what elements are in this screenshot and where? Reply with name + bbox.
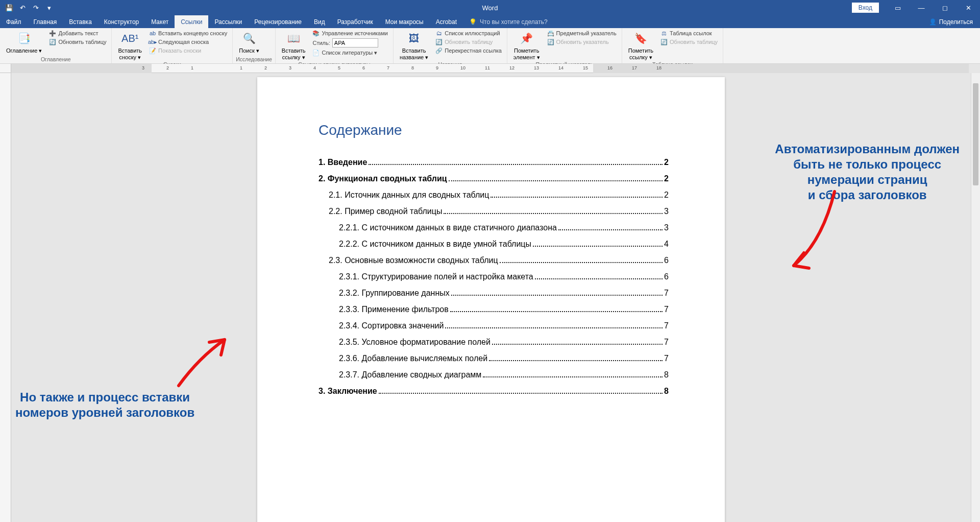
toc-entry[interactable]: 2.2.1. С источником данных в виде статич… (318, 223, 669, 232)
toc-leader-dots (558, 229, 663, 230)
toc-title: Содержание (318, 122, 669, 138)
toc-entry[interactable]: 2.3.4. Сортировка значений 7 (318, 321, 669, 330)
next-footnote[interactable]: ab▸Следующая сноска (147, 38, 229, 46)
toc-entry[interactable]: 1. Введение 2 (318, 158, 669, 167)
toc-entry-text: 2.3.2. Группирование данных (339, 289, 450, 298)
minimize-icon[interactable]: — (910, 0, 933, 15)
menu-tab-мои макросы[interactable]: Мои макросы (379, 15, 430, 28)
bibliography[interactable]: 📄Список литературы ▾ (310, 49, 389, 57)
toc-entry-text: 2.3.1. Структурирование полей и настройк… (339, 272, 533, 281)
redo-icon[interactable]: ↷ (30, 2, 42, 14)
toc-entry[interactable]: 2.3.5. Условное форматирование полей 7 (318, 338, 669, 347)
show-notes-icon: 📝 (149, 47, 156, 54)
toc-leader-dots (450, 311, 663, 312)
menu-tab-вид[interactable]: Вид (308, 15, 331, 28)
mark-entry[interactable]: 📌Пометитьэлемент ▾ (510, 29, 543, 61)
annotation-right: Автоматизированным долженбыть не только … (775, 141, 960, 203)
toc-entry[interactable]: 2.3.2. Группирование данных 7 (318, 289, 669, 298)
ribbon-group-Исследование: 🔍Поиск ▾Исследование (233, 28, 276, 63)
toc-entry-text: 1. Введение (318, 158, 367, 167)
toc-entry[interactable]: 2.2. Пример сводной таблицы 3 (318, 207, 669, 216)
style-dropdown[interactable]: Стиль: (310, 38, 389, 48)
refresh-icon: 🔄 (547, 38, 554, 45)
lightbulb-icon: 💡 (469, 18, 477, 26)
toc-entry[interactable]: 2.1. Источник данных для сводных таблиц … (318, 191, 669, 200)
scrollbar-thumb[interactable] (973, 83, 978, 185)
mark-entry-icon: 📌 (519, 30, 535, 46)
maximize-icon[interactable]: ◻ (933, 0, 957, 15)
group-label: Исследование (236, 56, 272, 63)
update-index: 🔄Обновить указатель (545, 38, 619, 46)
vertical-ruler[interactable] (0, 73, 11, 522)
toc-entry[interactable]: 2.3.7. Добавление сводных диаграмм 8 (318, 370, 669, 379)
toc-entry[interactable]: 2.3.6. Добавление вычисляемых полей 7 (318, 354, 669, 363)
insert-index[interactable]: 📇Предметный указатель (545, 29, 619, 37)
mark-citation[interactable]: 🔖Пометитьссылку ▾ (625, 29, 656, 61)
refresh-icon: 🔄 (660, 38, 668, 45)
menu-tab-конструктор[interactable]: Конструктор (98, 15, 145, 28)
menu-tab-файл[interactable]: Файл (0, 15, 28, 28)
insert-authorities[interactable]: ⚖Таблица ссылок (658, 29, 720, 37)
biblio-icon: 📄 (312, 49, 320, 56)
undo-icon[interactable]: ↶ (16, 2, 29, 14)
menu-tab-разработчик[interactable]: Разработчик (331, 15, 379, 28)
insert-endnote[interactable]: abВставить концевую сноску (147, 29, 229, 37)
toc-leader-dots (483, 376, 663, 377)
menu-tab-вставка[interactable]: Вставка (63, 15, 98, 28)
insert-caption[interactable]: 🖼Вставитьназвание ▾ (397, 29, 431, 61)
cross-reference[interactable]: 🔗Перекрестная ссылка (433, 46, 504, 55)
insert-citation[interactable]: 📖Вставитьссылку ▾ (279, 29, 309, 61)
search[interactable]: 🔍Поиск ▾ (236, 29, 262, 55)
menu-tab-acrobat[interactable]: Acrobat (430, 15, 463, 28)
authorities-icon: ⚖ (660, 30, 668, 37)
toc-entry[interactable]: 2.3.1. Структурирование полей и настройк… (318, 272, 669, 281)
show-notes: 📝Показать сноски (147, 46, 229, 55)
table-of-contents: 1. Введение 22. Функционал сводных табли… (318, 158, 669, 396)
tell-me-search[interactable]: 💡Что вы хотите сделать? (463, 15, 554, 28)
toc-button[interactable]: 📑Оглавление ▾ (3, 29, 45, 55)
menu-tab-рассылки[interactable]: Рассылки (208, 15, 248, 28)
customize-qat-icon[interactable]: ▾ (43, 2, 55, 14)
crossref-icon: 🔗 (435, 47, 443, 54)
save-icon[interactable]: 💾 (3, 2, 15, 14)
toc-page-number: 7 (664, 338, 669, 347)
toc-entry-text: 2.3.5. Условное форматирование полей (339, 338, 491, 347)
horizontal-ruler[interactable]: 321123456789101112131415161718 (11, 64, 969, 73)
add-text[interactable]: ➕Добавить текст (47, 29, 108, 37)
toc-entry-text: 2.2.1. С источником данных в виде статич… (339, 223, 557, 232)
update-authorities: 🔄Обновить таблицу (658, 38, 720, 46)
insert-footnote[interactable]: AB¹Вставитьсноску ▾ (115, 29, 145, 61)
ribbon: 📑Оглавление ▾➕Добавить текст🔄Обновить та… (0, 28, 980, 64)
style-select[interactable]: 📚Управление источниками (310, 29, 389, 37)
toc-entry[interactable]: 2.3.3. Применение фильтров 7 (318, 305, 669, 314)
toc-leader-dots (535, 278, 663, 279)
share-button[interactable]: 👤Поделиться (922, 15, 980, 28)
close-icon[interactable]: ✕ (957, 0, 980, 15)
ribbon-display-icon[interactable]: ▭ (886, 0, 910, 15)
style-input[interactable] (332, 38, 378, 48)
toc-entry[interactable]: 2. Функционал сводных таблиц 2 (318, 174, 669, 183)
ribbon-group-Предметный указатель: 📌Пометитьэлемент ▾📇Предметный указатель🔄… (507, 28, 622, 63)
toc-entry-text: 2. Функционал сводных таблиц (318, 174, 447, 183)
toc-entry[interactable]: 2.2.2. С источником данных в виде умной … (318, 240, 669, 249)
figures-icon: 🗂 (435, 30, 443, 37)
app-title: Word (482, 4, 498, 12)
toc-leader-dots (500, 262, 663, 263)
toc-page-number: 6 (664, 272, 669, 281)
menu-tab-макет[interactable]: Макет (145, 15, 175, 28)
quick-access-toolbar: 💾 ↶ ↷ ▾ (0, 2, 55, 14)
toc-page-number: 7 (664, 289, 669, 298)
vertical-scrollbar[interactable] (971, 73, 980, 522)
toc-entry[interactable]: 2.3. Основные возможности сводных таблиц… (318, 256, 669, 265)
menu-tab-главная[interactable]: Главная (28, 15, 63, 28)
list-of-figures[interactable]: 🗂Список иллюстраций (433, 29, 504, 37)
login-button[interactable]: Вход (852, 3, 879, 13)
citation-icon: 📖 (285, 30, 302, 46)
document-viewport: Содержание 1. Введение 22. Функционал св… (11, 73, 971, 522)
menu-tab-ссылки[interactable]: Ссылки (175, 15, 208, 28)
menu-tab-рецензирование[interactable]: Рецензирование (248, 15, 308, 28)
update-toc[interactable]: 🔄Обновить таблицу (47, 38, 108, 46)
ribbon-group-Названия: 🖼Вставитьназвание ▾🗂Список иллюстраций🔄О… (394, 28, 507, 63)
ribbon-group-Таблица ссылок: 🔖Пометитьссылку ▾⚖Таблица ссылок🔄Обновит… (622, 28, 723, 63)
toc-entry[interactable]: 3. Заключение 8 (318, 387, 669, 396)
